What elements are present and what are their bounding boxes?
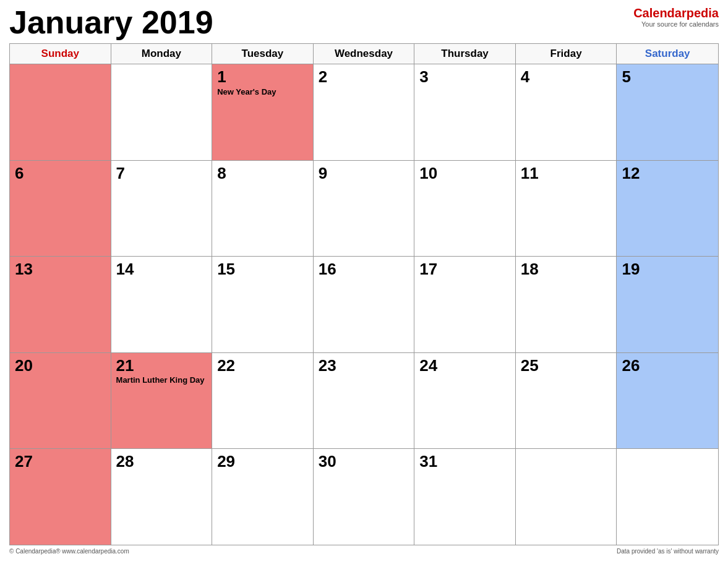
week-row-5: 2728293031 xyxy=(10,449,718,545)
day-number: 6 xyxy=(15,164,106,182)
month-title: January 2019 xyxy=(9,6,213,38)
brand-logo: Calendarpedia Your source for calendars xyxy=(633,6,719,28)
day-cell: 19 xyxy=(617,257,718,352)
day-cell: 20 xyxy=(10,353,111,449)
day-header-monday: Monday xyxy=(111,44,213,64)
day-cell: 9 xyxy=(314,161,415,257)
day-cell: 1New Year's Day xyxy=(212,64,314,160)
day-cell xyxy=(10,64,111,160)
brand-name: Calendarpedia xyxy=(633,6,719,20)
day-number: 19 xyxy=(622,260,713,278)
day-cell: 24 xyxy=(414,353,516,449)
day-cell: 11 xyxy=(516,161,617,257)
day-number: 24 xyxy=(419,357,510,375)
day-cell xyxy=(617,449,718,545)
day-cell: 29 xyxy=(212,449,314,545)
day-cell: 25 xyxy=(516,353,617,449)
footer-left: © Calendarpedia® www.calendarpedia.com xyxy=(9,548,129,555)
holiday-label: Martin Luther King Day xyxy=(116,375,207,385)
day-number: 28 xyxy=(116,453,207,471)
day-number: 9 xyxy=(319,164,409,182)
day-header-saturday: Saturday xyxy=(617,44,718,64)
day-cell: 15 xyxy=(212,257,314,352)
day-cell: 16 xyxy=(314,257,415,352)
day-number: 5 xyxy=(622,68,713,86)
day-cell: 13 xyxy=(10,257,111,352)
day-number: 20 xyxy=(15,357,106,375)
day-header-thursday: Thursday xyxy=(414,44,516,64)
day-headers-row: SundayMondayTuesdayWednesdayThursdayFrid… xyxy=(10,44,718,64)
day-cell: 26 xyxy=(617,353,718,449)
day-cell: 14 xyxy=(111,257,213,352)
week-row-3: 13141516171819 xyxy=(10,257,718,353)
day-cell: 12 xyxy=(617,161,718,257)
day-cell: 28 xyxy=(111,449,213,545)
day-cell: 8 xyxy=(212,161,314,257)
footer-right: Data provided 'as is' without warranty xyxy=(617,548,719,555)
day-number: 18 xyxy=(521,260,612,278)
day-number: 30 xyxy=(319,453,409,471)
day-cell: 2 xyxy=(314,64,415,160)
day-cell: 31 xyxy=(414,449,516,545)
page-footer: © Calendarpedia® www.calendarpedia.com D… xyxy=(9,548,719,555)
day-cell: 21Martin Luther King Day xyxy=(111,353,213,449)
day-cell: 6 xyxy=(10,161,111,257)
day-header-friday: Friday xyxy=(516,44,617,64)
day-number: 25 xyxy=(521,357,612,375)
brand-tagline: Your source for calendars xyxy=(633,20,719,28)
day-number: 21 xyxy=(116,357,207,375)
day-cell xyxy=(111,64,213,160)
day-number: 13 xyxy=(15,260,106,278)
day-number: 7 xyxy=(116,164,207,182)
week-row-2: 6789101112 xyxy=(10,161,718,257)
day-number: 8 xyxy=(217,164,308,182)
brand-pedia: pedia xyxy=(687,6,719,20)
day-cell: 18 xyxy=(516,257,617,352)
day-number: 27 xyxy=(15,453,106,471)
day-number: 31 xyxy=(419,453,510,471)
day-header-wednesday: Wednesday xyxy=(314,44,415,64)
day-number: 10 xyxy=(419,164,510,182)
day-number: 15 xyxy=(217,260,308,278)
day-header-tuesday: Tuesday xyxy=(212,44,314,64)
day-header-sunday: Sunday xyxy=(10,44,111,64)
day-cell: 27 xyxy=(10,449,111,545)
day-number: 26 xyxy=(622,357,713,375)
day-cell: 5 xyxy=(617,64,718,160)
calendar-page: January 2019 Calendarpedia Your source f… xyxy=(0,0,728,567)
day-number: 11 xyxy=(521,164,612,182)
day-number: 22 xyxy=(217,357,308,375)
day-cell: 4 xyxy=(516,64,617,160)
calendar-grid: SundayMondayTuesdayWednesdayThursdayFrid… xyxy=(9,43,719,545)
day-cell: 3 xyxy=(414,64,516,160)
day-number: 17 xyxy=(419,260,510,278)
day-cell: 22 xyxy=(212,353,314,449)
day-cell: 30 xyxy=(314,449,415,545)
day-number: 23 xyxy=(319,357,409,375)
weeks-container: 1New Year's Day2345678910111213141516171… xyxy=(10,64,718,545)
day-cell: 17 xyxy=(414,257,516,352)
day-cell: 23 xyxy=(314,353,415,449)
day-number: 14 xyxy=(116,260,207,278)
day-cell: 10 xyxy=(414,161,516,257)
holiday-label: New Year's Day xyxy=(217,87,308,97)
day-number: 2 xyxy=(319,68,409,86)
day-number: 4 xyxy=(521,68,612,86)
day-number: 1 xyxy=(217,68,308,86)
brand-calendar: Calendar xyxy=(633,6,687,20)
day-number: 12 xyxy=(622,164,713,182)
day-cell xyxy=(516,449,617,545)
page-header: January 2019 Calendarpedia Your source f… xyxy=(9,6,719,38)
week-row-4: 2021Martin Luther King Day2223242526 xyxy=(10,353,718,450)
day-cell: 7 xyxy=(111,161,213,257)
day-number: 3 xyxy=(419,68,510,86)
day-number: 29 xyxy=(217,453,308,471)
week-row-1: 1New Year's Day2345 xyxy=(10,64,718,161)
day-number: 16 xyxy=(319,260,409,278)
